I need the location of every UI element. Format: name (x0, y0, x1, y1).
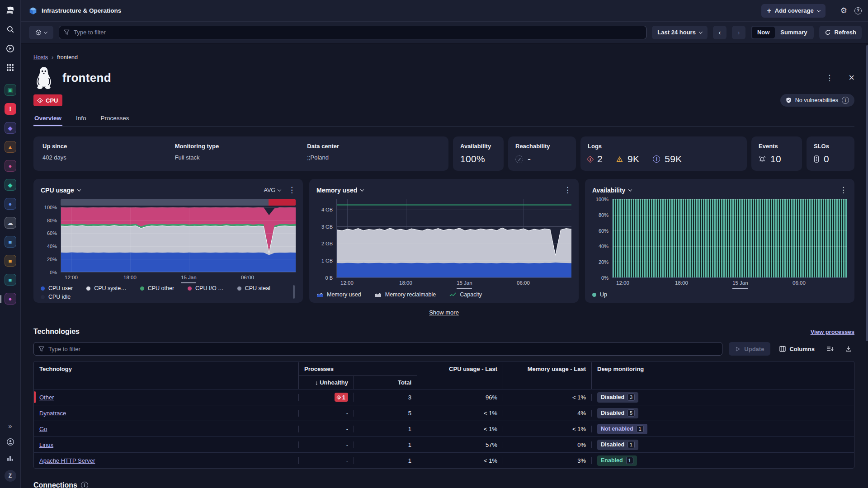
apps-grid-icon[interactable] (5, 62, 15, 72)
summary-toggle[interactable]: Summary (775, 27, 812, 38)
sidebar-app-infrastructure-icon[interactable]: ◆ (5, 122, 16, 134)
log-warning-count[interactable]: 9K (627, 154, 639, 164)
deep-monitoring-badge[interactable]: Not enabled1 (597, 424, 647, 434)
area-marker-icon (375, 292, 382, 297)
col-deep-monitoring[interactable]: Deep monitoring (592, 362, 854, 389)
legend-dot (86, 286, 90, 291)
tab-processes[interactable]: Processes (100, 113, 130, 126)
unhealthy-count-badge[interactable]: 1 (335, 393, 348, 402)
technology-link[interactable]: Other (39, 394, 54, 401)
col-cpu-usage[interactable]: CPU usage - Last (417, 362, 503, 389)
deep-monitoring-badge[interactable]: Disabled5 (597, 408, 638, 418)
host-kebab-menu-icon[interactable]: ⋮ (826, 73, 833, 83)
legend-item[interactable]: Memory reclaimable (375, 291, 436, 298)
deep-monitoring-badge[interactable]: Enabled1 (597, 455, 637, 466)
sidebar-app-hosts-icon[interactable]: ■ (5, 236, 16, 248)
log-info-count[interactable]: 59K (665, 154, 682, 164)
technology-link[interactable]: Dynatrace (39, 410, 66, 417)
refresh-button[interactable]: Refresh (819, 26, 862, 39)
memory-chart-kebab-icon[interactable]: ⋮ (564, 185, 571, 195)
log-error-count[interactable]: 2 (597, 154, 603, 164)
download-icon[interactable] (843, 342, 854, 356)
legend-item[interactable]: Memory used (316, 291, 361, 298)
technology-link[interactable]: Go (39, 426, 47, 432)
tab-overview[interactable]: Overview (33, 113, 62, 126)
events-card: Events 10 (751, 136, 802, 171)
time-range-button[interactable]: Last 24 hours (652, 26, 708, 39)
x-tick-label: 12:00 (340, 280, 354, 286)
total-cell: 5 (354, 410, 417, 417)
scope-selector-button[interactable] (29, 26, 53, 39)
info-icon[interactable]: i (842, 97, 849, 104)
close-icon[interactable]: × (849, 73, 854, 83)
legend-item[interactable]: Up (592, 291, 607, 298)
page-scrollbar[interactable] (866, 45, 868, 341)
chevron-down-icon[interactable] (628, 188, 632, 191)
global-filter-input[interactable]: Type to filter (59, 26, 646, 39)
deep-monitoring-cell: Disabled1 (592, 440, 854, 450)
col-unhealthy[interactable]: ↓ Unhealthy (299, 376, 354, 389)
add-coverage-button[interactable]: + Add coverage (761, 4, 825, 18)
col-memory-usage[interactable]: Memory usage - Last (503, 362, 592, 389)
legend-item[interactable]: CPU syste… (86, 285, 127, 291)
total-cell: 1 (354, 441, 417, 448)
legend-item[interactable]: CPU I/O … (188, 285, 224, 291)
usage-report-icon[interactable] (6, 454, 14, 462)
vulnerabilities-badge[interactable]: No vulnerabilities i (780, 94, 854, 107)
sidebar-app-problems-icon[interactable]: ! (5, 103, 16, 115)
sidebar-app-extensions-icon[interactable]: ● (5, 293, 16, 305)
columns-button[interactable]: Columns (777, 342, 817, 356)
legend-item[interactable]: CPU idle (41, 294, 71, 299)
sidebar-app-stacks-icon[interactable]: ■ (5, 274, 16, 286)
chevron-down-icon[interactable] (360, 188, 364, 191)
time-back-button[interactable]: ‹ (713, 26, 726, 39)
view-processes-link[interactable]: View processes (811, 328, 854, 335)
y-tick-label: 0% (50, 270, 57, 275)
technology-link[interactable]: Linux (39, 441, 53, 448)
time-forward-button[interactable]: › (732, 26, 745, 39)
legend-item[interactable]: CPU steal (237, 285, 270, 291)
problem-timeline-strip[interactable] (61, 199, 296, 206)
sidebar-app-kubernetes-icon[interactable]: ◆ (5, 179, 16, 191)
legend-item[interactable]: CPU user (41, 285, 73, 291)
tab-info[interactable]: Info (75, 113, 87, 126)
deep-monitoring-badge[interactable]: Disabled1 (597, 440, 638, 450)
cpu-chart-kebab-icon[interactable]: ⋮ (288, 185, 296, 195)
account-icon[interactable] (6, 438, 14, 446)
sidebar-app-grail-icon[interactable]: ● (5, 198, 16, 210)
show-more-link[interactable]: Show more (429, 309, 459, 316)
technologies-filter-input[interactable]: Type to filter (33, 342, 722, 356)
now-toggle[interactable]: Now (752, 27, 775, 38)
col-total[interactable]: Total (354, 376, 417, 389)
col-technology[interactable]: Technology (34, 362, 299, 389)
sidebar-app-clouds-icon[interactable]: ☁ (5, 217, 16, 229)
breadcrumb-hosts-link[interactable]: Hosts (33, 54, 48, 61)
automations-icon[interactable] (5, 43, 15, 53)
slos-value[interactable]: 0 (824, 154, 829, 164)
user-avatar[interactable]: Z (5, 470, 16, 482)
sidebar-app-security-icon[interactable]: ▲ (5, 141, 16, 153)
chevron-down-icon[interactable] (77, 188, 81, 191)
search-icon[interactable] (5, 24, 15, 34)
y-tick-label: 0 B (325, 275, 333, 281)
deep-monitoring-badge[interactable]: Disabled3 (597, 392, 638, 403)
info-icon[interactable]: i (81, 482, 88, 488)
sidebar-app-frontend-icon[interactable]: ● (5, 160, 16, 172)
dynatrace-logo-icon[interactable] (5, 5, 15, 15)
legend-scrollbar[interactable] (293, 285, 295, 299)
sidebar-app-analytics-icon[interactable]: ▣ (5, 84, 16, 96)
legend-item[interactable]: Capacity (449, 291, 482, 298)
availability-chart-kebab-icon[interactable]: ⋮ (840, 185, 847, 195)
row-density-icon[interactable] (824, 342, 836, 356)
expand-sidebar-icon[interactable]: » (8, 422, 12, 430)
legend-item[interactable]: CPU other (140, 285, 174, 291)
cpu-problem-badge[interactable]: CPU (33, 94, 62, 106)
aggregation-selector[interactable]: AVG (264, 187, 281, 193)
update-button[interactable]: Update (729, 342, 770, 356)
sidebar-app-services-icon[interactable]: ■ (5, 255, 16, 267)
total-cell: 3 (354, 394, 417, 401)
settings-gear-icon[interactable]: ⚙ (840, 6, 847, 15)
technology-link[interactable]: Apache HTTP Server (39, 457, 95, 464)
help-icon[interactable]: ? (854, 7, 862, 14)
events-value[interactable]: 10 (770, 154, 781, 164)
